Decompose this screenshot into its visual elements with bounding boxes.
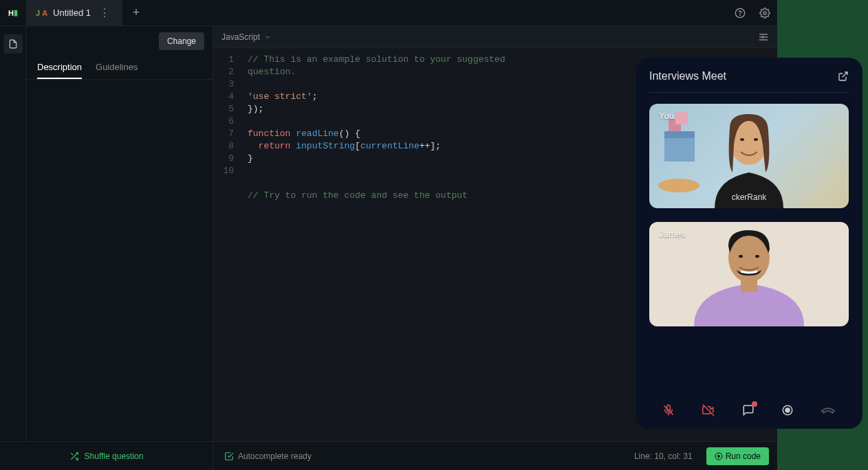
bottom-bar: Shuffle question Autocomplete ready Line… xyxy=(0,441,777,470)
tab-title: Untitled 1 xyxy=(53,8,91,18)
change-button[interactable]: Change xyxy=(159,32,204,50)
meet-title: Interviews Meet xyxy=(649,70,726,82)
svg-point-1 xyxy=(740,15,741,16)
interviews-meet-panel: Interviews Meet You ckerRank James xyxy=(636,58,862,429)
app-logo[interactable]: H▮ xyxy=(0,8,26,17)
video-tile-james[interactable]: James xyxy=(649,222,849,326)
video-tile-you[interactable]: You ckerRank xyxy=(649,104,849,208)
svg-line-11 xyxy=(843,72,847,77)
tab-icon-j: J xyxy=(36,9,40,17)
tab-icon-a: A xyxy=(42,9,47,17)
record-icon[interactable] xyxy=(781,404,794,416)
line-gutter: 12345678910 xyxy=(213,54,241,441)
shuffle-icon xyxy=(69,451,79,461)
avatar xyxy=(680,222,818,326)
svg-text:ckerRank: ckerRank xyxy=(732,192,768,202)
svg-marker-10 xyxy=(718,455,720,458)
camera-off-icon[interactable] xyxy=(702,404,715,416)
svg-point-29 xyxy=(785,408,790,412)
tab-guidelines[interactable]: Guidelines xyxy=(96,56,138,79)
cursor-position: Line: 10, col: 31 xyxy=(634,451,693,461)
tab-menu-icon[interactable]: ⋮ xyxy=(96,6,113,19)
language-label: JavaScript xyxy=(221,32,260,42)
meet-controls xyxy=(649,390,849,416)
file-icon[interactable] xyxy=(3,34,23,54)
icon-sidebar xyxy=(0,26,26,441)
notification-dot xyxy=(752,401,757,407)
settings-icon[interactable] xyxy=(752,1,777,25)
svg-point-19 xyxy=(754,138,758,141)
svg-line-8 xyxy=(71,453,73,455)
autocomplete-status: Autocomplete ready xyxy=(213,451,312,461)
title-bar: H▮ J A Untitled 1 ⋮ + xyxy=(0,0,777,26)
svg-point-2 xyxy=(763,12,766,14)
tab-description[interactable]: Description xyxy=(37,56,82,79)
collapse-icon[interactable] xyxy=(758,33,769,41)
chat-icon[interactable] xyxy=(742,404,755,416)
svg-point-24 xyxy=(755,255,759,258)
mic-mute-icon[interactable] xyxy=(662,404,675,416)
help-icon[interactable] xyxy=(728,1,752,25)
svg-point-23 xyxy=(739,255,743,258)
description-panel: Change Description Guidelines xyxy=(26,26,213,441)
hangup-icon[interactable] xyxy=(821,404,836,416)
meet-header: Interviews Meet xyxy=(649,70,849,93)
popout-icon[interactable] xyxy=(838,71,849,82)
svg-rect-13 xyxy=(664,131,695,138)
logo-h: H xyxy=(8,9,14,17)
avatar: ckerRank xyxy=(694,104,804,208)
shuffle-question-button[interactable]: Shuffle question xyxy=(0,442,213,470)
play-icon xyxy=(715,452,723,460)
panel-header: Change xyxy=(26,26,213,56)
svg-point-16 xyxy=(658,179,699,192)
chevron-down-icon xyxy=(264,34,271,41)
language-selector[interactable]: JavaScript xyxy=(221,32,271,42)
check-icon xyxy=(224,451,234,461)
svg-point-18 xyxy=(740,138,744,141)
editor-header: JavaScript xyxy=(213,26,777,48)
panel-tabs: Description Guidelines xyxy=(26,56,213,80)
svg-rect-15 xyxy=(675,112,688,124)
file-tab[interactable]: J A Untitled 1 ⋮ xyxy=(26,0,122,26)
video-label-you: You xyxy=(659,111,674,121)
run-code-button[interactable]: Run code xyxy=(706,447,769,465)
add-tab-button[interactable]: + xyxy=(122,5,150,20)
